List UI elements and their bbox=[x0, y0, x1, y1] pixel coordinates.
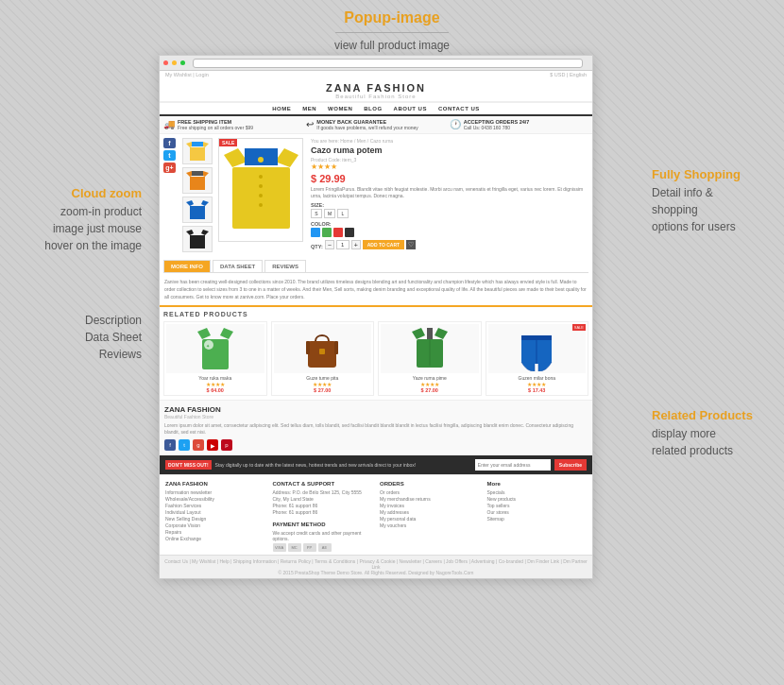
tab-more-info[interactable]: MORE INFO bbox=[163, 260, 211, 272]
site-header: ZANA FASHION Beautiful Fashion Store bbox=[160, 78, 592, 102]
breadcrumb: You are here: Home / Men / Cazo ruma bbox=[311, 138, 587, 144]
related-title: RELATED PRODUCTS bbox=[163, 311, 588, 317]
ship-item-3: 🕐 ACCEPTING ORDERS 24/7 Call Us: 0438 16… bbox=[450, 119, 588, 130]
tab-data-sheet[interactable]: DATA SHEET bbox=[213, 260, 263, 272]
tab-content: Zanive has been creating well-designed c… bbox=[160, 273, 592, 305]
twitter-button[interactable]: t bbox=[163, 150, 176, 161]
thumbnail-column bbox=[182, 138, 213, 252]
svg-rect-11 bbox=[190, 235, 205, 248]
thumbnail-1[interactable] bbox=[182, 138, 213, 164]
nav-about[interactable]: ABOUT US bbox=[394, 106, 427, 111]
footer-youtube-icon[interactable]: ▶ bbox=[207, 439, 218, 451]
copyright: © 2015 PrestaShop Theme Demo Store. All … bbox=[162, 570, 589, 575]
desc-line1: Description bbox=[85, 314, 142, 327]
mc-icon: MC bbox=[288, 543, 301, 552]
footer-facebook-icon[interactable]: f bbox=[164, 439, 176, 451]
size-label: SIZE: bbox=[311, 202, 587, 208]
related-products-line1: display more bbox=[652, 427, 716, 440]
related-product-3[interactable]: Yaze ruma pime ★★★★ $ 27.00 bbox=[378, 321, 482, 396]
tab-reviews[interactable]: REVIEWS bbox=[264, 260, 306, 272]
browser-bar bbox=[160, 56, 592, 71]
related-img-3 bbox=[381, 324, 479, 373]
svg-marker-9 bbox=[186, 200, 194, 206]
size-m[interactable]: M bbox=[324, 209, 335, 218]
browser-url[interactable] bbox=[193, 59, 583, 68]
related-products-annotation: Related Products display more related pr… bbox=[652, 406, 775, 459]
ship-title-2: MONEY BACK GUARANTEE bbox=[316, 119, 418, 125]
svg-rect-7 bbox=[192, 171, 203, 176]
footer-col-zana-title: ZANA FASHION bbox=[165, 481, 265, 487]
svg-rect-4 bbox=[190, 177, 205, 190]
topbar-left[interactable]: My Wishlist | Login bbox=[165, 72, 209, 77]
tabs-row: MORE INFO DATA SHEET REVIEWS bbox=[163, 260, 588, 273]
qty-value[interactable]: 1 bbox=[336, 240, 349, 249]
cloud-zoom-title: Cloud zoom bbox=[72, 186, 142, 200]
nav-blog[interactable]: BLOG bbox=[364, 106, 382, 111]
footer-more-1: Specials bbox=[487, 489, 588, 495]
svg-rect-30 bbox=[306, 341, 310, 354]
footer-address: Address: P.O. de Brilo Stret 125, City 5… bbox=[273, 489, 373, 495]
footer-bottom: Contact Us | My Wishlist | Help | Shippi… bbox=[160, 555, 592, 578]
color-dark[interactable] bbox=[345, 228, 354, 237]
dot-red bbox=[163, 60, 168, 65]
color-blue[interactable] bbox=[311, 228, 320, 237]
newsletter-subscribe-button[interactable]: Subscribe bbox=[554, 459, 587, 471]
qty-increase[interactable]: + bbox=[351, 240, 361, 249]
related-product-1[interactable]: ✦ Yoar ruka maka ★★★★ $ 64.00 bbox=[163, 321, 267, 396]
footer-zana-1: Information newsletter bbox=[165, 489, 265, 495]
footer-orders-6: My vouchers bbox=[380, 522, 480, 528]
product-price: $ 29.99 bbox=[311, 173, 587, 184]
product-description: Lorem FringillaPurus. Blandit vitae nibh… bbox=[311, 186, 587, 199]
qty-decrease[interactable]: − bbox=[325, 240, 334, 249]
nav-men[interactable]: MEN bbox=[302, 106, 316, 111]
facebook-button[interactable]: f bbox=[163, 138, 176, 148]
nav-home[interactable]: HOME bbox=[272, 106, 291, 111]
svg-text:✦: ✦ bbox=[206, 343, 210, 349]
thumbnail-2[interactable] bbox=[182, 167, 213, 194]
google-plus-button[interactable]: g+ bbox=[163, 163, 176, 173]
size-options: S M L bbox=[311, 209, 587, 218]
thumbnail-4[interactable] bbox=[182, 226, 213, 252]
color-label: COLOR: bbox=[311, 221, 587, 227]
svg-rect-0 bbox=[190, 147, 205, 161]
qty-label: QTY: bbox=[311, 244, 323, 249]
footer-google-icon[interactable]: g bbox=[193, 439, 204, 451]
nav-women[interactable]: WOMEN bbox=[328, 106, 352, 111]
shipping-banner: 🚚 FREE SHIPPING ITEM Free shipping on al… bbox=[160, 116, 592, 134]
svg-marker-34 bbox=[435, 328, 448, 339]
popup-subtitle: view full product image bbox=[0, 39, 784, 52]
svg-rect-38 bbox=[521, 335, 552, 340]
footer-orders-5: My personal data bbox=[380, 516, 480, 522]
color-green[interactable] bbox=[322, 228, 332, 237]
site-title[interactable]: ZANA FASHION bbox=[160, 82, 592, 94]
related-product-4[interactable]: SALE Guzen milar bona ★★★★ $ 17.43 bbox=[486, 321, 589, 396]
ship-icon-1: 🚚 bbox=[163, 119, 175, 129]
footer-more-4: Our stores bbox=[487, 509, 588, 515]
ship-icon-3: 🕐 bbox=[450, 119, 461, 129]
payment-icons: VISA MC PP AE bbox=[273, 543, 373, 552]
ship-item-2: ↩ MONEY BACK GUARANTEE If goods have pro… bbox=[306, 119, 445, 130]
footer-more-2: New products bbox=[487, 496, 588, 502]
social-sidebar: f t g+ bbox=[163, 138, 177, 252]
paypal-icon: PP bbox=[303, 543, 316, 552]
footer-phone2: Phone: 61 support 86 bbox=[273, 509, 373, 515]
social-links: f t g ▶ p bbox=[164, 439, 588, 451]
add-to-cart-button[interactable]: ADD TO CART bbox=[363, 240, 404, 249]
size-l[interactable]: L bbox=[337, 209, 349, 218]
dot-green bbox=[180, 60, 185, 65]
svg-marker-15 bbox=[224, 148, 247, 167]
svg-point-18 bbox=[258, 157, 264, 163]
size-s[interactable]: S bbox=[311, 209, 322, 218]
related-product-2[interactable]: Guze tume pita ★★★★ $ 27.00 bbox=[271, 321, 375, 396]
main-product-image[interactable]: SALE bbox=[218, 138, 303, 242]
footer-pinterest-icon[interactable]: p bbox=[221, 439, 232, 451]
fully-shopping-line1: Detail info & bbox=[652, 186, 713, 199]
thumbnail-3[interactable] bbox=[182, 197, 213, 223]
newsletter-email-input[interactable] bbox=[475, 459, 551, 471]
wishlist-button[interactable]: ♡ bbox=[406, 240, 416, 249]
footer-twitter-icon[interactable]: t bbox=[179, 439, 190, 451]
color-red[interactable] bbox=[333, 228, 343, 237]
ship-item-1: 🚚 FREE SHIPPING ITEM Free shipping on al… bbox=[163, 119, 302, 130]
nav-contact[interactable]: CONTACT US bbox=[438, 106, 480, 111]
topbar-right[interactable]: $ USD | English bbox=[550, 72, 587, 77]
